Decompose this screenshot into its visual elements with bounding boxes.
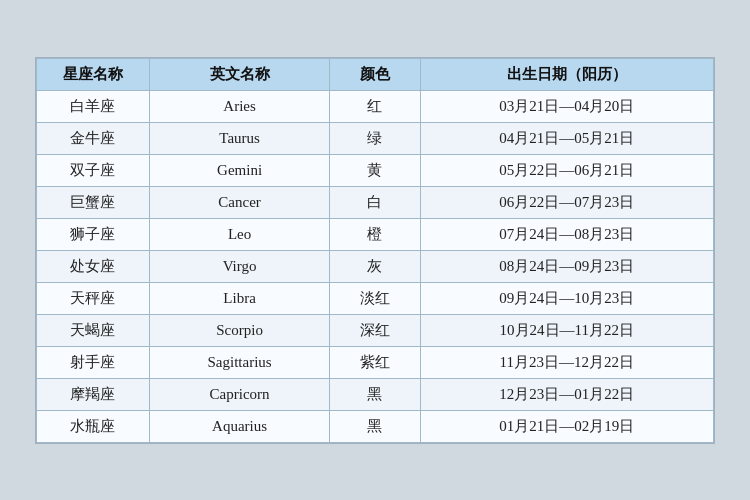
table-row: 狮子座Leo橙07月24日—08月23日	[37, 218, 714, 250]
cell-date: 06月22日—07月23日	[420, 186, 713, 218]
cell-zh: 巨蟹座	[37, 186, 150, 218]
cell-color: 绿	[330, 122, 420, 154]
table-row: 水瓶座Aquarius黑01月21日—02月19日	[37, 410, 714, 442]
cell-date: 03月21日—04月20日	[420, 90, 713, 122]
cell-zh: 天秤座	[37, 282, 150, 314]
table-row: 射手座Sagittarius紫红11月23日—12月22日	[37, 346, 714, 378]
cell-en: Taurus	[149, 122, 330, 154]
cell-zh: 白羊座	[37, 90, 150, 122]
cell-en: Sagittarius	[149, 346, 330, 378]
cell-en: Cancer	[149, 186, 330, 218]
cell-en: Libra	[149, 282, 330, 314]
table-row: 金牛座Taurus绿04月21日—05月21日	[37, 122, 714, 154]
zodiac-table: 星座名称 英文名称 颜色 出生日期（阳历） 白羊座Aries红03月21日—04…	[36, 58, 714, 443]
cell-zh: 狮子座	[37, 218, 150, 250]
cell-color: 黑	[330, 378, 420, 410]
cell-zh: 双子座	[37, 154, 150, 186]
cell-date: 01月21日—02月19日	[420, 410, 713, 442]
cell-en: Virgo	[149, 250, 330, 282]
cell-zh: 射手座	[37, 346, 150, 378]
zodiac-table-container: 星座名称 英文名称 颜色 出生日期（阳历） 白羊座Aries红03月21日—04…	[35, 57, 715, 444]
cell-color: 紫红	[330, 346, 420, 378]
cell-en: Aries	[149, 90, 330, 122]
cell-en: Capricorn	[149, 378, 330, 410]
table-row: 摩羯座Capricorn黑12月23日—01月22日	[37, 378, 714, 410]
cell-zh: 水瓶座	[37, 410, 150, 442]
cell-color: 红	[330, 90, 420, 122]
cell-en: Aquarius	[149, 410, 330, 442]
table-row: 天秤座Libra淡红09月24日—10月23日	[37, 282, 714, 314]
cell-color: 灰	[330, 250, 420, 282]
cell-zh: 处女座	[37, 250, 150, 282]
cell-date: 07月24日—08月23日	[420, 218, 713, 250]
cell-date: 09月24日—10月23日	[420, 282, 713, 314]
cell-zh: 金牛座	[37, 122, 150, 154]
cell-date: 04月21日—05月21日	[420, 122, 713, 154]
cell-en: Scorpio	[149, 314, 330, 346]
header-en: 英文名称	[149, 58, 330, 90]
cell-date: 11月23日—12月22日	[420, 346, 713, 378]
cell-color: 橙	[330, 218, 420, 250]
cell-zh: 天蝎座	[37, 314, 150, 346]
table-row: 巨蟹座Cancer白06月22日—07月23日	[37, 186, 714, 218]
cell-date: 12月23日—01月22日	[420, 378, 713, 410]
cell-date: 10月24日—11月22日	[420, 314, 713, 346]
cell-color: 深红	[330, 314, 420, 346]
cell-color: 白	[330, 186, 420, 218]
cell-en: Gemini	[149, 154, 330, 186]
header-zh: 星座名称	[37, 58, 150, 90]
header-color: 颜色	[330, 58, 420, 90]
table-row: 处女座Virgo灰08月24日—09月23日	[37, 250, 714, 282]
table-row: 天蝎座Scorpio深红10月24日—11月22日	[37, 314, 714, 346]
table-row: 白羊座Aries红03月21日—04月20日	[37, 90, 714, 122]
cell-color: 淡红	[330, 282, 420, 314]
cell-date: 08月24日—09月23日	[420, 250, 713, 282]
cell-color: 黑	[330, 410, 420, 442]
table-row: 双子座Gemini黄05月22日—06月21日	[37, 154, 714, 186]
cell-color: 黄	[330, 154, 420, 186]
header-date: 出生日期（阳历）	[420, 58, 713, 90]
table-header-row: 星座名称 英文名称 颜色 出生日期（阳历）	[37, 58, 714, 90]
cell-date: 05月22日—06月21日	[420, 154, 713, 186]
cell-zh: 摩羯座	[37, 378, 150, 410]
cell-en: Leo	[149, 218, 330, 250]
